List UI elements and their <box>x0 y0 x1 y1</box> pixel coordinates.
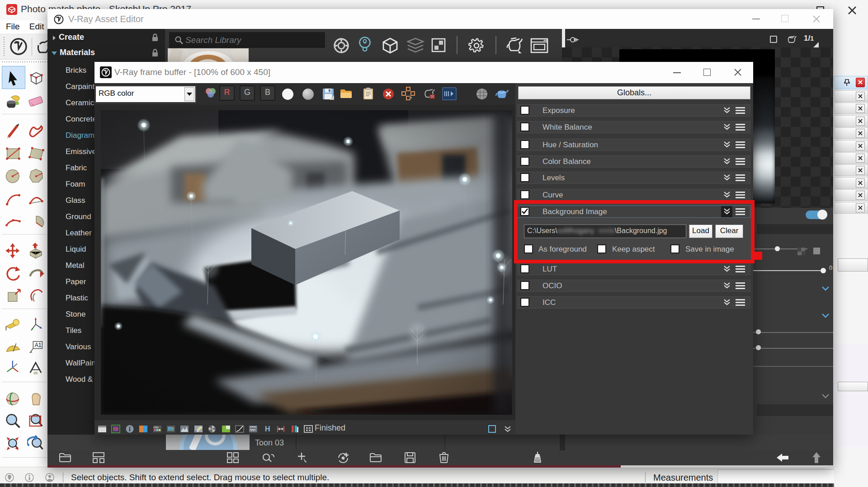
svg-text:A1: A1 <box>35 342 42 348</box>
svg-text:H: H <box>265 425 270 433</box>
svg-text:HSL: HSL <box>154 426 159 429</box>
